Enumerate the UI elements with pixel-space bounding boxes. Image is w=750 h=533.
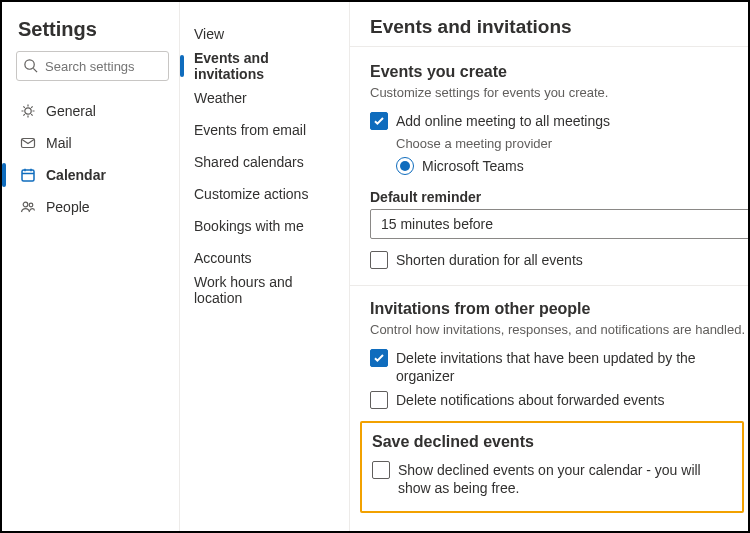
subnav-bookings-with-me[interactable]: Bookings with me: [180, 210, 349, 242]
title-divider: [350, 46, 748, 47]
section-events-create-sub: Customize settings for events you create…: [370, 85, 748, 100]
default-reminder-label: Default reminder: [370, 189, 748, 205]
settings-dialog: Settings General Mail: [0, 0, 750, 533]
section-save-declined-title: Save declined events: [372, 433, 732, 451]
search-wrap: [16, 51, 169, 81]
provider-block: Choose a meeting provider Microsoft Team…: [370, 136, 748, 175]
settings-subnav: View Events and invitations Weather Even…: [180, 2, 350, 531]
radio-dot: [400, 161, 410, 171]
checkbox-add-online-meeting[interactable]: [370, 112, 388, 130]
radio-teams[interactable]: [396, 157, 414, 175]
checkbox-delete-updated[interactable]: [370, 349, 388, 367]
subnav-view[interactable]: View: [180, 18, 349, 50]
subnav-shared-calendars[interactable]: Shared calendars: [180, 146, 349, 178]
page-title: Events and invitations: [370, 16, 748, 38]
nav-mail-label: Mail: [46, 135, 72, 151]
subnav-weather[interactable]: Weather: [180, 82, 349, 114]
row-add-online-meeting: Add online meeting to all meetings: [370, 112, 748, 130]
calendar-icon: [20, 167, 36, 183]
subnav-customize-actions[interactable]: Customize actions: [180, 178, 349, 210]
label-show-declined: Show declined events on your calendar - …: [398, 461, 732, 497]
nav-people[interactable]: People: [16, 191, 169, 223]
default-reminder-select[interactable]: 15 minutes before: [370, 209, 748, 239]
subnav-events-from-email[interactable]: Events from email: [180, 114, 349, 146]
checkbox-delete-forwarded[interactable]: [370, 391, 388, 409]
people-icon: [20, 199, 36, 215]
section-events-create-title: Events you create: [370, 63, 748, 81]
checkbox-show-declined[interactable]: [372, 461, 390, 479]
row-shorten-duration: Shorten duration for all events: [370, 251, 748, 269]
check-icon: [373, 115, 385, 127]
gear-icon: [20, 103, 36, 119]
checkbox-shorten-duration[interactable]: [370, 251, 388, 269]
radio-teams-label: Microsoft Teams: [422, 158, 524, 174]
default-reminder-value: 15 minutes before: [381, 216, 493, 232]
section-divider: [350, 285, 748, 286]
subnav-events-invitations[interactable]: Events and invitations: [180, 50, 349, 82]
settings-main: Events and invitations Events you create…: [350, 2, 748, 531]
nav-people-label: People: [46, 199, 90, 215]
nav-calendar[interactable]: Calendar: [16, 159, 169, 191]
section-invitations-sub: Control how invitations, responses, and …: [370, 322, 748, 337]
svg-rect-4: [22, 170, 34, 181]
check-icon: [373, 352, 385, 364]
search-input[interactable]: [16, 51, 169, 81]
nav-general-label: General: [46, 103, 96, 119]
subnav-events-invitations-label: Events and invitations: [194, 50, 335, 82]
svg-point-0: [25, 60, 34, 69]
choose-provider-label: Choose a meeting provider: [396, 136, 748, 151]
subnav-work-hours-label: Work hours and location: [194, 274, 335, 306]
radio-row-teams: Microsoft Teams: [396, 157, 748, 175]
subnav-customize-actions-label: Customize actions: [194, 186, 308, 202]
subnav-accounts[interactable]: Accounts: [180, 242, 349, 274]
nav-general[interactable]: General: [16, 95, 169, 127]
label-delete-updated: Delete invitations that have been update…: [396, 349, 748, 385]
subnav-accounts-label: Accounts: [194, 250, 252, 266]
settings-title: Settings: [18, 18, 169, 41]
svg-point-2: [25, 108, 31, 114]
subnav-events-from-email-label: Events from email: [194, 122, 306, 138]
nav-mail[interactable]: Mail: [16, 127, 169, 159]
row-delete-forwarded: Delete notifications about forwarded eve…: [370, 391, 748, 409]
row-show-declined: Show declined events on your calendar - …: [372, 461, 732, 497]
row-delete-updated: Delete invitations that have been update…: [370, 349, 748, 385]
subnav-weather-label: Weather: [194, 90, 247, 106]
subnav-view-label: View: [194, 26, 224, 42]
subnav-work-hours[interactable]: Work hours and location: [180, 274, 349, 306]
search-icon: [23, 58, 38, 73]
label-shorten-duration: Shorten duration for all events: [396, 251, 583, 269]
nav-calendar-label: Calendar: [46, 167, 106, 183]
subnav-bookings-with-me-label: Bookings with me: [194, 218, 304, 234]
label-add-online-meeting: Add online meeting to all meetings: [396, 112, 610, 130]
mail-icon: [20, 135, 36, 151]
section-save-declined-highlight: Save declined events Show declined event…: [360, 421, 744, 513]
svg-line-1: [33, 68, 37, 72]
section-invitations-title: Invitations from other people: [370, 300, 748, 318]
label-delete-forwarded: Delete notifications about forwarded eve…: [396, 391, 665, 409]
svg-point-9: [29, 203, 33, 207]
settings-left-column: Settings General Mail: [2, 2, 180, 531]
svg-point-8: [23, 202, 28, 207]
subnav-shared-calendars-label: Shared calendars: [194, 154, 304, 170]
